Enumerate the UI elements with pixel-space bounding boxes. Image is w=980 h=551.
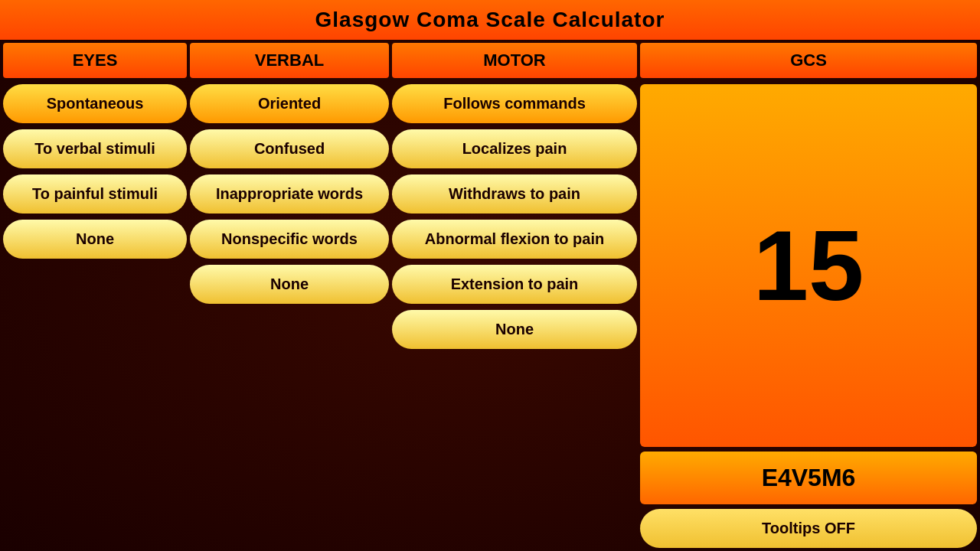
eyes-painful-button[interactable]: To painful stimuli <box>3 174 187 214</box>
motor-withdraws-button[interactable]: Withdraws to pain <box>392 174 637 214</box>
eyes-none-button[interactable]: None <box>3 220 187 259</box>
verbal-inappropriate-button[interactable]: Inappropriate words <box>190 174 389 214</box>
tooltips-button[interactable]: Tooltips OFF <box>640 509 977 548</box>
motor-flexion-button[interactable]: Abnormal flexion to pain <box>392 220 637 259</box>
motor-extension-button[interactable]: Extension to pain <box>392 265 637 304</box>
verbal-none-button[interactable]: None <box>190 265 389 304</box>
motor-follows-button[interactable]: Follows commands <box>392 84 637 123</box>
motor-header: MOTOR <box>392 43 637 78</box>
motor-none-button[interactable]: None <box>392 310 637 349</box>
eyes-spontaneous-button[interactable]: Spontaneous <box>3 84 187 123</box>
verbal-nonspecific-button[interactable]: Nonspecific words <box>190 220 389 259</box>
verbal-header: VERBAL <box>190 43 389 78</box>
gcs-score-box: 15 <box>640 84 977 447</box>
verbal-oriented-button[interactable]: Oriented <box>190 84 389 123</box>
gcs-panel: 15 E4V5M6 Tooltips OFF <box>640 81 977 548</box>
app-title: Glasgow Coma Scale Calculator <box>0 0 980 40</box>
verbal-column: Oriented Confused Inappropriate words No… <box>190 81 389 548</box>
gcs-header: GCS <box>640 43 977 78</box>
eyes-header: EYES <box>3 43 187 78</box>
eyes-column: Spontaneous To verbal stimuli To painful… <box>3 81 187 548</box>
motor-column: Follows commands Localizes pain Withdraw… <box>392 81 637 548</box>
gcs-formula-box: E4V5M6 <box>640 452 977 504</box>
motor-localizes-button[interactable]: Localizes pain <box>392 129 637 168</box>
gcs-score-value: 15 <box>753 216 864 315</box>
verbal-confused-button[interactable]: Confused <box>190 129 389 168</box>
eyes-verbal-button[interactable]: To verbal stimuli <box>3 129 187 168</box>
